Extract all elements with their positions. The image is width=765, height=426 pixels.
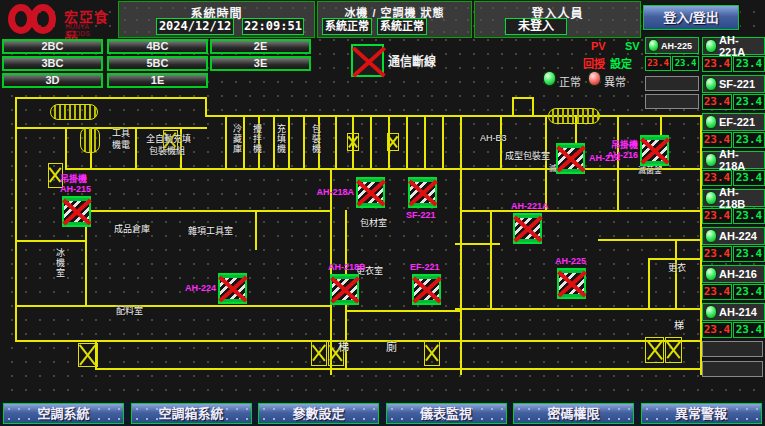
comm-fail-device-icon[interactable]: [356, 177, 385, 208]
equipment-row-SF-221[interactable]: SF-221: [702, 75, 765, 93]
room-label: 機電: [112, 140, 130, 150]
wall: [205, 97, 207, 115]
equipment-slot-empty: [645, 94, 699, 109]
pv-value-AH-224: 23.4: [702, 246, 732, 262]
abnormal-lamp-icon: [588, 71, 601, 86]
stairs-icon: [665, 337, 682, 363]
nav-button-1[interactable]: 空調系統: [3, 403, 124, 424]
status-lamp-icon: [705, 115, 717, 129]
brand-name-en: HUNYA FOODS: [65, 23, 115, 37]
status-lamp-icon: [705, 39, 717, 53]
comm-fail-device-icon[interactable]: [408, 177, 437, 208]
device-label: 吊掛機AH-215: [60, 174, 91, 194]
equipment-row-AH-214[interactable]: AH-214: [702, 303, 765, 321]
normal-label: 正常: [559, 73, 581, 89]
equipment-row-AH-225[interactable]: AH-225: [645, 37, 699, 54]
equipment-name: AH-214: [719, 306, 757, 318]
wall: [345, 310, 462, 312]
login-user-value: 未登入: [505, 18, 567, 35]
wall: [460, 115, 462, 375]
wall: [455, 243, 500, 245]
sv-abbr-label: SV: [625, 40, 640, 52]
sv-value-AH-224: 23.4: [733, 246, 765, 262]
sv-value-AH-218A: 23.4: [733, 170, 765, 186]
floor-button-3E[interactable]: 3E: [210, 56, 311, 71]
spiral-stair-icon: [50, 104, 98, 120]
floor-button-2E[interactable]: 2E: [210, 39, 311, 54]
floor-button-3BC[interactable]: 3BC: [2, 56, 103, 71]
comm-fail-device-icon[interactable]: [556, 143, 585, 174]
wall: [65, 168, 462, 170]
room-label: 雜項工具室: [188, 226, 233, 236]
equipment-row-AH-218A[interactable]: AH-218A: [702, 151, 765, 169]
wall: [675, 239, 677, 308]
wall: [15, 127, 207, 129]
wall: [135, 127, 137, 168]
wall: [648, 258, 650, 308]
login-logout-button[interactable]: 登入/登出: [643, 5, 739, 30]
room-label: 更衣: [668, 263, 686, 273]
sv-value-AH-218B: 23.4: [733, 208, 765, 224]
equipment-row-AH-221A[interactable]: AH-221A: [702, 37, 765, 55]
equipment-name: AH-224: [719, 230, 757, 242]
status-lamp-icon: [705, 229, 717, 243]
equipment-name: EF-221: [719, 116, 755, 128]
room-label: 梯: [338, 342, 349, 352]
pv-value-SF-221: 23.4: [702, 94, 732, 110]
equipment-row-AH-218B[interactable]: AH-218B: [702, 189, 765, 207]
pv-value-AH-216: 23.4: [702, 284, 732, 300]
floor-button-5BC[interactable]: 5BC: [107, 56, 208, 71]
equipment-name: SF-221: [719, 78, 755, 90]
comm-fail-device-icon[interactable]: [62, 196, 91, 227]
equipment-name: AH-218A: [719, 148, 764, 172]
comm-fail-device-icon[interactable]: [330, 274, 359, 305]
floor-button-1E[interactable]: 1E: [107, 73, 208, 88]
nav-button-3[interactable]: 參數設定: [258, 403, 379, 424]
floor-button-2BC[interactable]: 2BC: [2, 39, 103, 54]
nav-button-4[interactable]: 儀表監視: [386, 403, 507, 424]
pv-legend-label: 回授: [583, 55, 605, 71]
equipment-slot-empty: [702, 361, 763, 377]
comm-fail-device-icon[interactable]: [513, 213, 542, 244]
comm-fail-device-icon[interactable]: [218, 273, 247, 304]
stairs-icon: [424, 340, 440, 366]
wall: [370, 115, 372, 168]
wall: [225, 115, 227, 168]
wall: [255, 210, 257, 250]
floor-button-3D[interactable]: 3D: [2, 73, 103, 88]
sv-value-AH-216: 23.4: [733, 284, 765, 300]
logo-ring-icon: [30, 4, 56, 34]
nav-button-2[interactable]: 空調箱系統: [131, 403, 252, 424]
equipment-slot-empty: [702, 341, 763, 357]
brand-logo: 宏亞食品 HUNYA FOODS: [2, 1, 115, 37]
wall: [243, 115, 245, 168]
nav-button-6[interactable]: 異常警報: [641, 403, 762, 424]
room-label: 成品倉庫: [114, 224, 150, 234]
comm-fail-device-icon[interactable]: [412, 274, 441, 305]
room-label: 梯: [674, 321, 684, 331]
sv-value-AH-214: 23.4: [733, 322, 765, 338]
pv-abbr-label: PV: [591, 40, 606, 52]
equipment-row-EF-221[interactable]: EF-221: [702, 113, 765, 131]
stairs-icon: [347, 133, 359, 151]
wall: [490, 210, 492, 308]
equipment-row-AH-216[interactable]: AH-216: [702, 265, 765, 283]
floor-button-4BC[interactable]: 4BC: [107, 39, 208, 54]
pv-value-EF-221: 23.4: [702, 132, 732, 148]
room-label: 充填機: [276, 124, 286, 154]
abnormal-label: 異常: [604, 73, 626, 89]
comm-fail-device-icon[interactable]: [640, 135, 669, 166]
wall: [95, 340, 702, 342]
equipment-row-AH-224[interactable]: AH-224: [702, 227, 765, 245]
wall: [460, 210, 700, 212]
nav-button-5[interactable]: 密碼權限: [513, 403, 634, 424]
room-label: 包材室: [360, 218, 387, 228]
wall: [288, 115, 290, 168]
wall: [512, 97, 514, 115]
equipment-name: AH-225: [661, 41, 692, 51]
wall: [65, 127, 67, 168]
sv-value-AH-221A: 23.4: [733, 56, 765, 72]
comm-fail-device-icon[interactable]: [557, 268, 586, 299]
pv-value-AH-218B: 23.4: [702, 208, 732, 224]
wall: [442, 115, 444, 168]
